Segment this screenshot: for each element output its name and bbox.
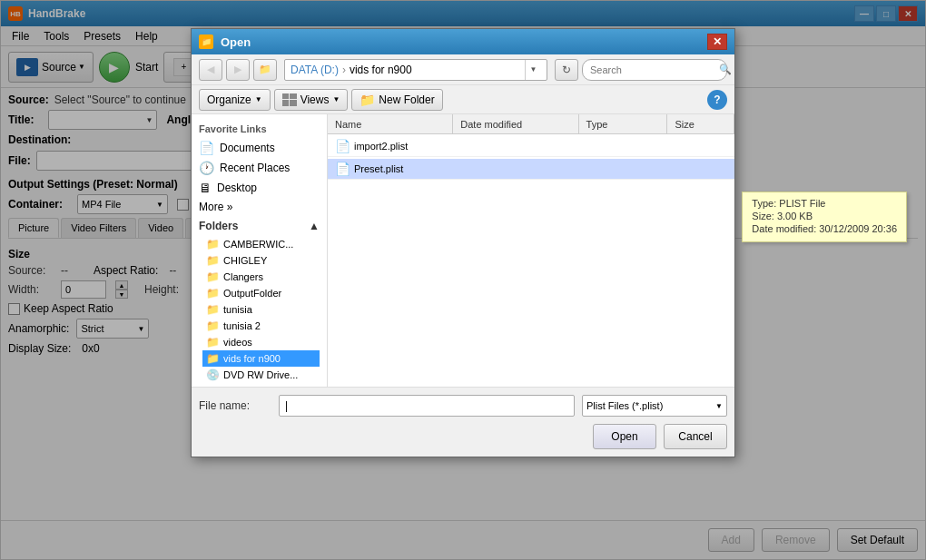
folder-tunisia-label: tunisia bbox=[223, 304, 252, 315]
filename-input-box bbox=[279, 395, 575, 417]
col-header-size[interactable]: Size bbox=[667, 114, 734, 133]
nav-forward-button[interactable]: ▶ bbox=[226, 59, 250, 81]
dialog-views-toolbar: Organize ▼ Views ▼ 📁 New Folder bbox=[192, 85, 734, 114]
folders-title: Folders bbox=[199, 220, 238, 232]
folder-outputfolder[interactable]: 📁 OutputFolder bbox=[202, 285, 320, 301]
organize-label: Organize bbox=[207, 93, 251, 106]
folder-videos-label: videos bbox=[223, 337, 252, 348]
folder-clangers[interactable]: 📁 Clangers bbox=[202, 269, 320, 285]
address-bar: DATA (D:) › vids for n900 ▼ bbox=[284, 59, 547, 81]
address-dropdown-button[interactable]: ▼ bbox=[525, 60, 541, 80]
dialog-bottom: File name: Plist Files (*.plist) ▼ Open … bbox=[192, 387, 734, 457]
file-import2-name: 📄 import2.plist bbox=[328, 139, 454, 153]
filename-row: File name: Plist Files (*.plist) ▼ bbox=[199, 395, 727, 417]
folder-outputfolder-icon: 📁 bbox=[206, 287, 220, 300]
folder-chigley[interactable]: 📁 CHIGLEY bbox=[202, 252, 320, 269]
views-icon bbox=[282, 93, 297, 106]
search-box: 🔍 bbox=[582, 59, 727, 81]
nav-up-button[interactable]: 📁 bbox=[253, 59, 277, 81]
file-preset-label: Preset.plist bbox=[354, 163, 403, 174]
left-panel: Favorite Links 📄 Documents 🕐 Recent Plac… bbox=[192, 114, 328, 387]
dialog-title: Open bbox=[221, 35, 707, 49]
desktop-icon: 🖥 bbox=[199, 181, 212, 195]
folder-videos-icon: 📁 bbox=[206, 336, 220, 349]
folder-clangers-icon: 📁 bbox=[206, 270, 220, 283]
search-input[interactable] bbox=[590, 64, 715, 75]
filename-label: File name: bbox=[199, 399, 271, 412]
folder-chigley-label: CHIGLEY bbox=[223, 255, 267, 266]
dialog-title-bar: 📁 Open ✕ bbox=[192, 29, 734, 54]
dialog-open-button[interactable]: Open bbox=[593, 424, 656, 449]
folder-tunisia[interactable]: 📁 tunisia bbox=[202, 301, 320, 318]
file-list: 📄 import2.plist 📄 Preset.plist bbox=[328, 134, 734, 387]
filetype-dropdown[interactable]: Plist Files (*.plist) ▼ bbox=[582, 395, 727, 417]
organize-button[interactable]: Organize ▼ bbox=[199, 89, 271, 111]
folder-videos[interactable]: 📁 videos bbox=[202, 334, 320, 350]
address-path-prefix: DATA (D:) bbox=[291, 64, 339, 76]
filename-text-input[interactable] bbox=[285, 399, 568, 412]
col-header-type[interactable]: Type bbox=[579, 114, 668, 133]
col-header-name[interactable]: Name bbox=[328, 114, 453, 133]
folder-list: 📁 CAMBERWIC... 📁 CHIGLEY 📁 Clangers bbox=[199, 236, 320, 383]
dialog-close-button[interactable]: ✕ bbox=[707, 34, 727, 50]
folders-header[interactable]: Folders ▲ bbox=[199, 220, 320, 232]
folder-camberwic-icon: 📁 bbox=[206, 238, 220, 251]
app-window: HB HandBrake — □ ✕ File Tools Presets He… bbox=[0, 0, 926, 560]
dialog-body: Favorite Links 📄 Documents 🕐 Recent Plac… bbox=[192, 114, 734, 387]
help-button[interactable]: ? bbox=[707, 90, 727, 110]
folder-chigley-icon: 📁 bbox=[206, 254, 220, 267]
filetype-arrow: ▼ bbox=[715, 402, 723, 410]
folder-outputfolder-label: OutputFolder bbox=[223, 288, 281, 299]
dialog-cancel-button[interactable]: Cancel bbox=[664, 424, 727, 449]
dialog-action-row: Open Cancel bbox=[199, 424, 727, 449]
recent-places-icon: 🕐 bbox=[199, 161, 214, 175]
col-size-label: Size bbox=[675, 119, 694, 130]
organize-arrow: ▼ bbox=[255, 95, 262, 103]
col-date-label: Date modified bbox=[460, 119, 522, 130]
favorites-header: Favorite Links bbox=[192, 120, 327, 138]
fav-documents[interactable]: 📄 Documents bbox=[192, 138, 327, 158]
new-folder-label: New Folder bbox=[379, 93, 434, 106]
documents-icon: 📄 bbox=[199, 141, 214, 155]
fav-recent-places[interactable]: 🕐 Recent Places bbox=[192, 158, 327, 178]
folder-dvd-label: DVD RW Drive... bbox=[223, 369, 298, 380]
fav-more-label: More » bbox=[199, 201, 232, 213]
folder-clangers-label: Clangers bbox=[223, 271, 263, 282]
folder-camberwic[interactable]: 📁 CAMBERWIC... bbox=[202, 236, 320, 252]
new-folder-icon: 📁 bbox=[360, 93, 375, 107]
filetype-value: Plist Files (*.plist) bbox=[586, 400, 663, 411]
fav-documents-label: Documents bbox=[220, 142, 275, 154]
col-header-date[interactable]: Date modified bbox=[453, 114, 578, 133]
fav-recent-places-label: Recent Places bbox=[220, 162, 290, 174]
new-folder-button[interactable]: 📁 New Folder bbox=[351, 89, 442, 111]
views-button[interactable]: Views ▼ bbox=[274, 89, 349, 111]
folder-tunisia2[interactable]: 📁 tunisia 2 bbox=[202, 318, 320, 334]
fav-desktop[interactable]: 🖥 Desktop bbox=[192, 178, 327, 198]
col-name-label: Name bbox=[335, 119, 361, 130]
file-preset-name: 📄 Preset.plist bbox=[328, 162, 454, 176]
folder-camberwic-label: CAMBERWIC... bbox=[223, 239, 293, 250]
file-list-header: Name Date modified Type Size bbox=[328, 114, 734, 134]
search-icon: 🔍 bbox=[719, 64, 732, 75]
file-import2-icon: 📄 bbox=[335, 139, 350, 153]
folder-section: Folders ▲ 📁 CAMBERWIC... 📁 CHIGLEY bbox=[192, 216, 327, 387]
folder-tunisia2-icon: 📁 bbox=[206, 319, 220, 332]
file-preset-icon: 📄 bbox=[335, 162, 350, 176]
dialog-nav-toolbar: ◀ ▶ 📁 DATA (D:) › vids for n900 ▼ ↻ 🔍 bbox=[192, 54, 734, 85]
nav-back-button[interactable]: ◀ bbox=[199, 59, 222, 81]
file-preset[interactable]: 📄 Preset.plist bbox=[328, 159, 734, 180]
address-path-current: vids for n900 bbox=[350, 64, 412, 76]
folders-collapse-icon: ▲ bbox=[309, 220, 320, 232]
dialog-overlay: 📁 Open ✕ ◀ ▶ 📁 DATA (D:) › vids for n900… bbox=[1, 1, 925, 559]
fav-more[interactable]: More » bbox=[192, 198, 327, 216]
views-label: Views bbox=[300, 93, 330, 106]
fav-desktop-label: Desktop bbox=[217, 182, 257, 194]
file-import2-label: import2.plist bbox=[354, 141, 408, 152]
file-import2[interactable]: 📄 import2.plist bbox=[328, 136, 734, 157]
path-separator-icon: › bbox=[342, 64, 346, 76]
folder-tunisia-icon: 📁 bbox=[206, 303, 220, 316]
refresh-button[interactable]: ↻ bbox=[555, 59, 578, 81]
folder-dvd-rw[interactable]: 💿 DVD RW Drive... bbox=[202, 367, 320, 383]
folder-vids-n900[interactable]: 📁 vids for n900 bbox=[202, 350, 320, 367]
folder-dvd-icon: 💿 bbox=[206, 368, 220, 381]
